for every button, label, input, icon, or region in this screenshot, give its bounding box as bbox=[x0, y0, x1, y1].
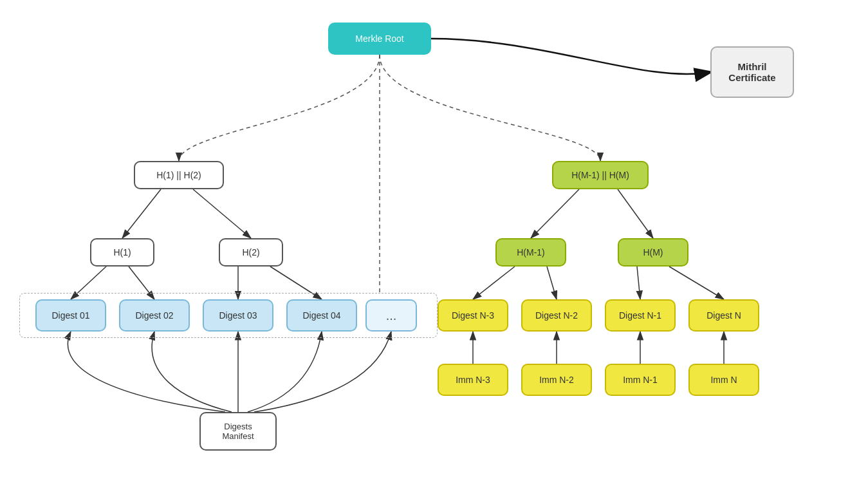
h1-label: H(1) bbox=[113, 247, 131, 257]
manifest-label: DigestsManifest bbox=[222, 422, 254, 441]
digest-04-node: Digest 04 bbox=[286, 299, 357, 332]
diagram: Merkle Root MithrilCertificate H(1) || H… bbox=[0, 0, 868, 477]
merkle-root-label: Merkle Root bbox=[355, 33, 403, 44]
hm-node: H(M) bbox=[618, 238, 688, 267]
hm-label: H(M) bbox=[643, 247, 663, 257]
digest-01-node: Digest 01 bbox=[35, 299, 106, 332]
imm-n2-label: Imm N-2 bbox=[539, 375, 574, 385]
digest-n1-node: Digest N-1 bbox=[605, 299, 676, 332]
hm1-label: H(M-1) bbox=[517, 247, 545, 257]
mithril-cert-label: MithrilCertificate bbox=[728, 61, 775, 83]
digest-02-node: Digest 02 bbox=[119, 299, 190, 332]
digest-04-label: Digest 04 bbox=[302, 310, 340, 321]
digest-n2-label: Digest N-2 bbox=[535, 310, 578, 321]
imm-n1-label: Imm N-1 bbox=[623, 375, 658, 385]
dots-label: ... bbox=[386, 308, 397, 323]
imm-n1-node: Imm N-1 bbox=[605, 364, 676, 396]
dots-node: ... bbox=[365, 299, 417, 332]
hm1hm-node: H(M-1) || H(M) bbox=[552, 161, 649, 189]
digest-n-node: Digest N bbox=[688, 299, 759, 332]
h2-label: H(2) bbox=[242, 247, 259, 257]
digest-n3-label: Digest N-3 bbox=[452, 310, 494, 321]
h1h2-label: H(1) || H(2) bbox=[156, 170, 201, 180]
digest-03-label: Digest 03 bbox=[219, 310, 257, 321]
hm1-node: H(M-1) bbox=[495, 238, 566, 267]
digest-01-label: Digest 01 bbox=[51, 310, 89, 321]
imm-n3-label: Imm N-3 bbox=[456, 375, 490, 385]
digest-n1-label: Digest N-1 bbox=[619, 310, 661, 321]
digest-n3-node: Digest N-3 bbox=[438, 299, 508, 332]
manifest-node: DigestsManifest bbox=[199, 412, 277, 451]
h2-node: H(2) bbox=[219, 238, 283, 267]
h1-node: H(1) bbox=[90, 238, 154, 267]
digest-03-node: Digest 03 bbox=[203, 299, 273, 332]
mithril-cert-node: MithrilCertificate bbox=[710, 46, 794, 98]
hm1hm-label: H(M-1) || H(M) bbox=[571, 170, 629, 180]
digest-n-label: Digest N bbox=[706, 310, 741, 321]
merkle-root-node: Merkle Root bbox=[328, 23, 431, 55]
imm-n-node: Imm N bbox=[688, 364, 759, 396]
imm-n2-node: Imm N-2 bbox=[521, 364, 592, 396]
imm-n3-node: Imm N-3 bbox=[438, 364, 508, 396]
h1h2-node: H(1) || H(2) bbox=[134, 161, 224, 189]
digest-n2-node: Digest N-2 bbox=[521, 299, 592, 332]
imm-n-label: Imm N bbox=[710, 375, 737, 385]
digest-02-label: Digest 02 bbox=[135, 310, 173, 321]
